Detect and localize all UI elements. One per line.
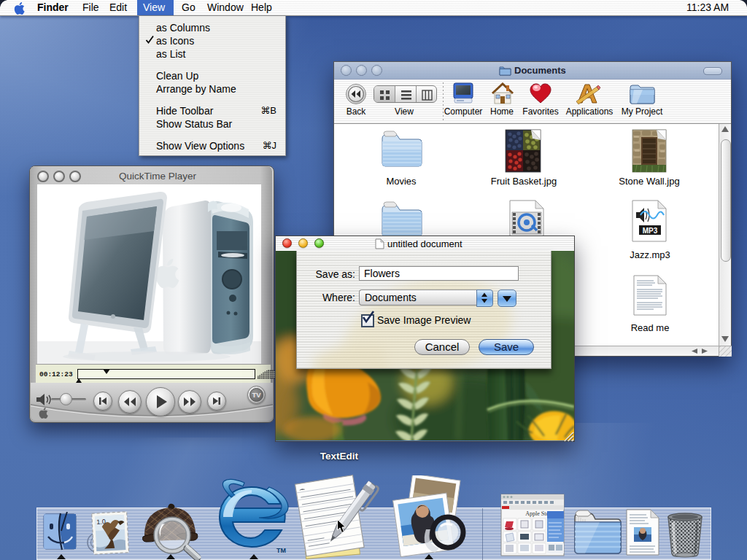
svg-text:MP3: MP3 xyxy=(643,227,658,235)
svg-text:TM: TM xyxy=(276,547,286,554)
svg-text:1.0: 1.0 xyxy=(96,518,106,526)
